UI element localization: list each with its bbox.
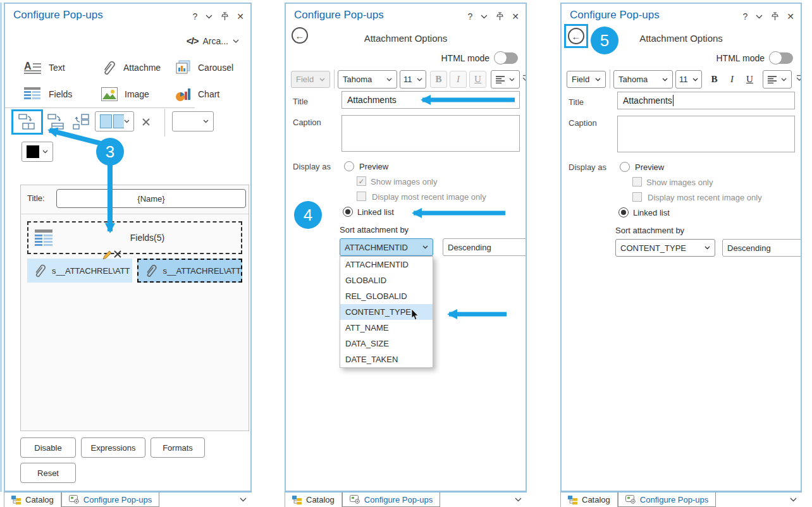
title-label: Title [569,97,584,107]
recent-image-checkbox[interactable] [357,192,366,201]
field-dropdown[interactable]: Field [567,71,606,88]
tab-label: Configure Pop-ups [640,495,708,504]
toolbar-overflow-icon[interactable] [522,75,527,82]
close-icon[interactable]: ✕ [512,11,519,22]
tab-catalog[interactable]: Catalog [4,492,61,507]
alignment-dropdown[interactable] [491,70,520,89]
font-family-dropdown[interactable]: Tahoma [338,70,397,89]
chevron-down-icon[interactable] [240,498,247,502]
italic-button[interactable]: I [723,71,741,88]
chevron-down-icon[interactable] [206,15,212,19]
linked-list-label: Linked list [633,208,670,217]
font-size-dropdown[interactable]: 11 [400,70,426,89]
chevron-down-icon[interactable] [756,15,763,19]
font-size-dropdown[interactable]: 11 [675,70,702,89]
column-layout-dropdown[interactable] [95,111,134,131]
pane-title: Configure Pop-ups [13,9,103,21]
bold-button[interactable]: B [706,71,723,88]
pin-icon[interactable] [221,12,228,21]
attachment-caption-input[interactable] [617,116,795,152]
arrange-rows-button[interactable] [46,113,67,131]
show-images-checkbox[interactable]: ✓ [357,176,366,186]
chevron-down-icon[interactable] [515,498,522,502]
add-fields-element-button[interactable]: Fields [24,83,99,105]
popup-title-input[interactable]: {Name} [56,189,246,208]
list-item[interactable]: DATE_TAKEN [340,351,433,367]
add-image-element-button[interactable]: Image [101,83,173,105]
align-left-icon [496,75,505,83]
sort-field-value: ATTACHMENTID [345,243,408,252]
chevron-down-icon [233,39,239,43]
display-as-label: Display as [569,162,606,172]
add-attachment-element-button[interactable]: Attachme [101,57,173,78]
help-icon[interactable]: ? [192,11,197,22]
field-dropdown[interactable]: Field [291,71,330,88]
remove-x-icon[interactable] [114,250,121,258]
add-chart-element-button[interactable]: Chart [175,83,250,105]
sort-field-dropdown[interactable]: ATTACHMENTID [340,238,433,256]
empty-style-dropdown[interactable] [172,111,214,131]
attachment-caption-input[interactable] [341,115,520,152]
preview-radio[interactable] [620,162,630,172]
pin-icon[interactable] [496,12,503,21]
attachment-element-item[interactable]: s__ATTACHREL\ATT [27,259,132,283]
show-images-checkbox[interactable] [632,177,642,186]
underline-button[interactable]: U [469,71,486,88]
html-mode-toggle[interactable] [495,52,518,64]
bold-button[interactable]: B [430,71,447,88]
left-edge-strip [0,3,2,492]
disable-button[interactable]: Disable [20,437,76,458]
arrange-stack-button[interactable] [71,113,92,131]
close-icon[interactable]: ✕ [237,11,244,22]
html-mode-toggle[interactable] [770,52,793,64]
italic-button[interactable]: I [450,71,467,88]
chevron-down-icon[interactable] [790,498,797,502]
font-family-dropdown[interactable]: Tahoma [613,70,673,89]
expressions-button[interactable]: Expressions [81,437,145,458]
linked-list-radio[interactable] [343,207,353,217]
formats-button[interactable]: Formats [151,437,205,458]
sort-field-value: CONTENT_TYPE [620,243,686,253]
recent-image-label: Display most recent image only [372,192,486,202]
preview-radio[interactable] [344,161,354,171]
edit-pencil-icon[interactable] [102,250,113,260]
tab-catalog[interactable]: Catalog [560,492,618,507]
add-text-element-button[interactable]: A Text [24,57,99,78]
font-family-value: Tahoma [618,75,648,84]
tab-catalog[interactable]: Catalog [285,492,342,507]
tab-configure-popups[interactable]: Configure Pop-ups [61,492,159,507]
step-callout-4: 4 [294,201,322,229]
list-item[interactable]: ATT_NAME [340,320,433,336]
attachment-title-input[interactable]: Attachments [341,91,520,109]
list-item[interactable]: DATA_SIZE [340,336,433,351]
linked-list-radio[interactable] [618,207,629,217]
list-item[interactable]: GLOBALID [340,272,433,288]
sort-order-dropdown[interactable]: Descending [443,238,527,256]
alignment-dropdown[interactable] [763,70,792,89]
chevron-down-icon[interactable] [481,15,488,19]
list-item-highlighted[interactable]: CONTENT_TYPE [340,304,433,320]
list-item[interactable]: ATTACHMENTID [340,257,433,272]
tab-configure-popups[interactable]: Configure Pop-ups [342,492,440,507]
toolbar-overflow-icon[interactable] [796,75,802,82]
attachment-title-input[interactable]: Attachments [617,92,795,109]
list-item[interactable]: REL_GLOBALID [340,288,433,304]
expression-language-dropdown[interactable]: </> Arca... [187,35,239,46]
add-carousel-element-button[interactable]: Carousel [175,57,250,78]
sort-order-dropdown[interactable]: Descending [722,239,802,257]
underline-button[interactable]: U [741,71,758,88]
catalog-tab-icon [292,496,302,504]
help-icon[interactable]: ? [467,11,472,22]
attachment-element-item-selected[interactable]: s__ATTACHREL\ATT [137,259,242,283]
tab-configure-popups[interactable]: Configure Pop-ups [618,492,716,507]
reset-button[interactable]: Reset [20,463,76,483]
back-button[interactable]: ← [292,27,308,44]
recent-image-checkbox[interactable] [632,192,642,202]
fields-element-item[interactable]: Fields(5) [27,221,242,254]
sort-field-dropdown[interactable]: CONTENT_TYPE [615,239,715,257]
delete-element-button[interactable] [139,116,153,128]
font-color-dropdown[interactable] [22,142,53,162]
close-icon[interactable]: ✕ [787,11,794,22]
pin-icon[interactable] [771,12,778,21]
help-icon[interactable]: ? [742,11,747,22]
